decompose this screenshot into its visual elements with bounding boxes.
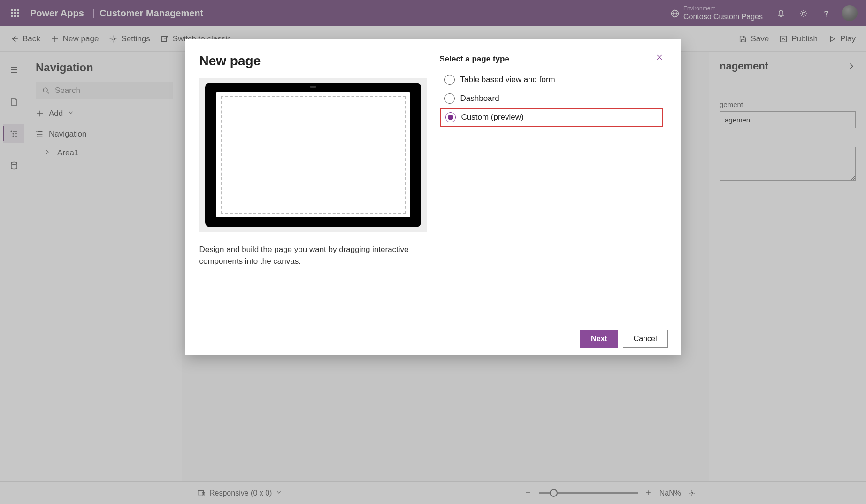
radio-table-label: Table based view and form [460,75,555,84]
device-frame [205,83,421,227]
modal-overlay: New page Design and build the page you w… [0,0,866,504]
device-screen [216,92,410,217]
cancel-button[interactable]: Cancel [623,330,668,348]
dialog-title: New page [199,53,427,69]
radio-icon [445,112,456,122]
radio-icon [444,75,455,85]
canvas-placeholder [221,96,406,214]
radio-dashboard[interactable]: Dashboard [440,89,663,108]
radio-dashboard-label: Dashboard [460,94,499,103]
dialog-description: Design and build the page you want by dr… [199,244,411,267]
close-icon [656,53,663,61]
radio-custom-label: Custom (preview) [461,113,524,122]
radio-icon [444,93,455,104]
radio-custom[interactable]: Custom (preview) [440,108,663,127]
page-preview [199,78,427,232]
new-page-dialog: New page Design and build the page you w… [185,39,681,355]
camera-notch [310,86,316,88]
radio-table-view[interactable]: Table based view and form [440,70,663,89]
close-button[interactable] [653,51,666,64]
page-type-label: Select a page type [440,54,663,64]
dialog-footer: Next Cancel [185,322,681,355]
next-button[interactable]: Next [580,330,618,348]
